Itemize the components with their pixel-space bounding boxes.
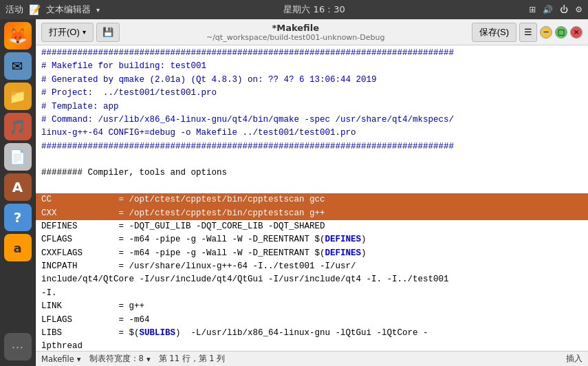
dock-sidebar: 🦊 ✉ 📁 🎵 📄 A ? a ⋯	[0, 19, 36, 366]
tab-width-item[interactable]: 制表符宽度：8 ▾	[89, 354, 151, 364]
open-button[interactable]: 打开(O) ▾	[41, 23, 94, 42]
file-type-item[interactable]: Makefile ▾	[41, 354, 81, 364]
editor-area: 打开(O) ▾ 💾 *Makefile ~/qt_workspace/build…	[36, 19, 588, 366]
app-label[interactable]: 文本编辑器	[46, 3, 91, 16]
dock-item-apps[interactable]: ⋯	[4, 333, 32, 360]
file-type-label: Makefile	[41, 354, 74, 364]
code-line: # Command: /usr/lib/x86_64-linux-gnu/qt4…	[36, 114, 588, 127]
open-chevron: ▾	[83, 28, 86, 36]
code-line: ########################################…	[36, 140, 588, 153]
insert-mode-item: 插入	[566, 354, 582, 364]
dock-item-firefox[interactable]: 🦊	[4, 22, 32, 50]
tab-width-label: 制表符宽度：8	[89, 354, 144, 364]
code-line-incpath: INCPATH = /usr/share/linux-g++-64 -I../t…	[36, 260, 588, 273]
code-line-lflags: LFLAGS = -m64	[36, 314, 588, 327]
code-line-link: LINK = g++	[36, 300, 588, 313]
code-line-cc: CC = /opt/ctest/cpptest/bin/cpptestscan …	[36, 193, 588, 206]
close-button[interactable]: ×	[570, 26, 582, 39]
volume-icon[interactable]: 🔊	[543, 5, 553, 14]
code-line: ########################################…	[36, 47, 588, 60]
editor-toolbar: 打开(O) ▾ 💾 *Makefile ~/qt_workspace/build…	[36, 19, 588, 45]
line-info-label: 第 11 行，第 1 列	[159, 354, 226, 364]
code-line: # Project: ../test001/test001.pro	[36, 87, 588, 100]
main-container: 🦊 ✉ 📁 🎵 📄 A ? a ⋯ 打开(O)	[0, 19, 588, 366]
dock-item-music[interactable]: 🎵	[4, 113, 32, 140]
code-line-cxxflags: CXXFLAGS = -m64 -pipe -g -Wall -W -D_REE…	[36, 247, 588, 260]
code-line	[36, 153, 588, 166]
window-title: *Makefile	[272, 23, 319, 33]
title-group: *Makefile ~/qt_workspace/build-test001-u…	[122, 23, 469, 42]
code-line-cxx: CXX = /opt/ctest/cpptest/bin/cpptestscan…	[36, 207, 588, 220]
code-line-incpath2: include/qt4/QtCore -I/usr/include/qt4/Qt…	[36, 273, 588, 286]
save-button[interactable]: 保存(S)	[472, 23, 516, 42]
code-line: linux-g++-64 CONFIG+=debug -o Makefile .…	[36, 127, 588, 140]
power-icon[interactable]: ⏻	[560, 5, 568, 14]
code-line-section: ######## Compiler, tools and options	[36, 166, 588, 180]
dock-item-documents[interactable]: 📄	[4, 143, 32, 171]
dock-item-mail[interactable]: ✉	[4, 52, 32, 80]
dock-item-help[interactable]: ?	[4, 204, 32, 231]
app-icon: 📝	[29, 4, 41, 15]
code-line	[36, 180, 588, 193]
system-bar-left: 活动 📝 文本编辑器 ▾	[6, 3, 100, 16]
network-icon[interactable]: ⊞	[529, 5, 536, 14]
code-line-libs: LIBS = $(SUBLIBS) -L/usr/lib/x86_64-linu…	[36, 327, 588, 340]
code-line: # Generated by qmake (2.01a) (Qt 4.8.3) …	[36, 74, 588, 87]
tab-width-chevron: ▾	[146, 354, 151, 364]
settings-icon[interactable]: ⚙	[575, 5, 582, 14]
editor-content[interactable]: ########################################…	[36, 45, 588, 351]
insert-mode-label: 插入	[566, 354, 582, 364]
code-line: # Makefile for building: test001	[36, 60, 588, 73]
line-info-item: 第 11 行，第 1 列	[159, 354, 226, 364]
dock-item-amazon[interactable]: a	[4, 234, 32, 261]
system-bar-clock: 星期六 16：30	[283, 3, 345, 16]
save-as-button[interactable]: 💾	[96, 23, 120, 42]
code-line-libs2: lpthread	[36, 340, 588, 351]
status-bar: Makefile ▾ 制表符宽度：8 ▾ 第 11 行，第 1 列 插入	[36, 351, 588, 366]
window-subtitle: ~/qt_workspace/build-test001-unknown-Deb…	[206, 33, 385, 42]
code-line: # Template: app	[36, 100, 588, 114]
app-menu-chevron[interactable]: ▾	[96, 6, 100, 14]
window-controls: − □ ×	[540, 26, 582, 39]
code-line-cflags: CFLAGS = -m64 -pipe -g -Wall -W -D_REENT…	[36, 233, 588, 246]
activities-label[interactable]: 活动	[6, 3, 23, 16]
dock-item-files[interactable]: 📁	[4, 83, 32, 110]
dock-item-fonts[interactable]: A	[4, 173, 32, 201]
menu-button[interactable]: ☰	[519, 23, 537, 42]
system-bar: 活动 📝 文本编辑器 ▾ 星期六 16：30 ⊞ 🔊 ⏻ ⚙	[0, 0, 588, 19]
minimize-button[interactable]: −	[540, 26, 552, 39]
code-line-defines: DEFINES = -DQT_GUI_LIB -DQT_CORE_LIB -DQ…	[36, 220, 588, 233]
file-type-chevron: ▾	[77, 354, 81, 364]
code-line-incpath3: -I.	[36, 287, 588, 300]
maximize-button[interactable]: □	[555, 26, 567, 39]
system-bar-right: ⊞ 🔊 ⏻ ⚙	[529, 5, 582, 14]
